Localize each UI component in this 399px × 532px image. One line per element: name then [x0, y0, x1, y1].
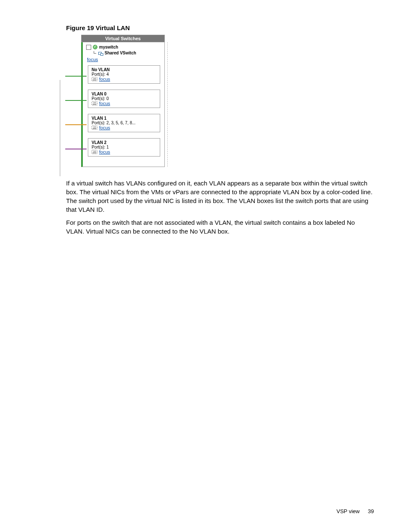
ports-icon: [92, 77, 97, 81]
ports-icon: [92, 126, 97, 130]
ports-icon: [92, 101, 97, 105]
status-ok-icon: [93, 45, 97, 49]
connector-line: [65, 100, 87, 101]
panel-right-dotted: [167, 42, 168, 167]
focus-link[interactable]: focus: [99, 125, 110, 130]
switch-row: myswitch: [86, 45, 160, 50]
panel-header: Virtual Switches: [81, 35, 165, 42]
connector-line: [65, 149, 87, 149]
virtual-switches-panel: Virtual Switches myswitch Shared VSwitch…: [81, 35, 165, 167]
vlan-box-1: VLAN 1 Port(s): 2, 3, 5, 6, 7, 8... focu…: [88, 114, 160, 132]
vlan-box-no-vlan: No VLAN Port(s): 4 focus: [88, 65, 160, 84]
body-paragraph-2: For ports on the switch that are not ass…: [66, 218, 373, 236]
focus-link[interactable]: focus: [99, 101, 110, 106]
vlan-title: No VLAN: [92, 67, 157, 72]
footer-page-number: 39: [368, 508, 374, 514]
checkbox-icon[interactable]: [86, 45, 91, 50]
vlan-title: VLAN 0: [92, 92, 157, 96]
vlan-ports: Port(s): 1: [92, 145, 157, 149]
vlan-title: VLAN 1: [92, 116, 157, 121]
panel-body: myswitch Shared VSwitch focus No VLAN Po…: [81, 42, 165, 167]
vlan-box-0: VLAN 0 Port(s): 0 focus: [88, 90, 160, 108]
page-footer: VSP view 39: [337, 508, 374, 514]
vertical-connector: [60, 80, 60, 176]
vlan-ports: Port(s): 2, 3, 5, 6, 7, 8...: [92, 121, 157, 125]
connector-line: [65, 76, 87, 77]
vswitch-icon: [98, 51, 103, 55]
vlan-box-2: VLAN 2 Port(s): 1 focus: [88, 138, 160, 157]
vlan-ports: Port(s): 4: [92, 72, 157, 77]
body-paragraph-1: If a virtual switch has VLANs configured…: [66, 179, 373, 214]
footer-section: VSP view: [337, 508, 360, 514]
switch-name: myswitch: [99, 45, 118, 49]
focus-link-main[interactable]: focus: [87, 57, 98, 62]
vlan-ports: Port(s): 0: [92, 96, 157, 101]
connector-line: [65, 124, 87, 125]
tree-connector-icon: [94, 51, 96, 54]
vlan-title: VLAN 2: [92, 140, 157, 145]
switch-subtitle: Shared VSwitch: [105, 51, 136, 55]
focus-link[interactable]: focus: [99, 149, 110, 154]
focus-link[interactable]: focus: [99, 77, 110, 82]
figure-caption: Figure 19 Virtual LAN: [66, 24, 374, 31]
switch-subrow: Shared VSwitch: [94, 51, 160, 55]
ports-icon: [92, 150, 97, 154]
